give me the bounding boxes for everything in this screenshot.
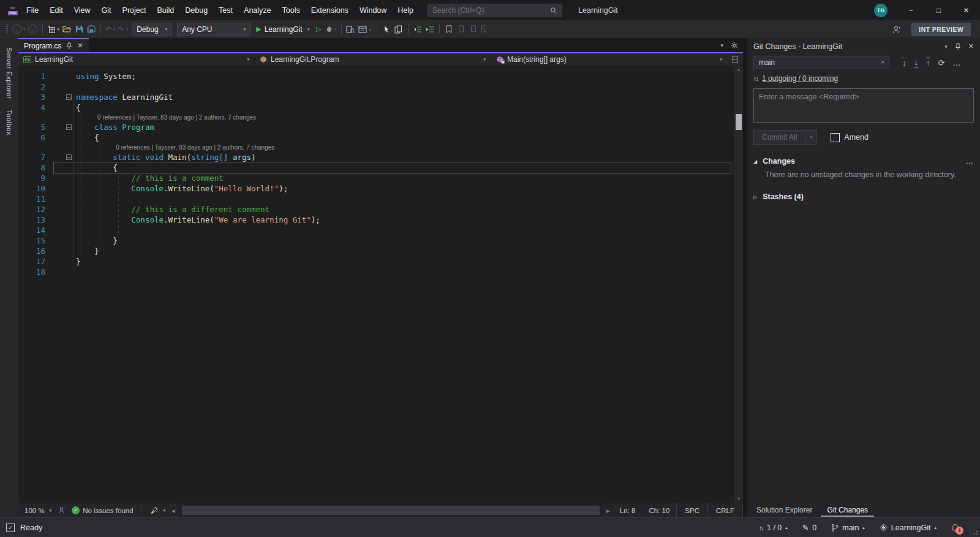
codelens-text[interactable]: 0 references | Taysser, 83 days ago | 2 … [116, 142, 274, 153]
menu-item-window[interactable]: Window [354, 0, 392, 20]
pending-edits-status[interactable]: ✎ 0 [802, 523, 816, 532]
menu-item-git[interactable]: Git [96, 0, 117, 20]
solution-explorer-sync-button[interactable]: ⌄ [357, 22, 374, 37]
code-line-9[interactable]: 9 // this is a comment [18, 173, 743, 183]
close-button[interactable]: ✕ [952, 0, 980, 20]
menu-item-tools[interactable]: Tools [277, 0, 306, 20]
menu-item-view[interactable]: View [69, 0, 96, 20]
member-dropdown[interactable]: Main(string[] args) ▾ [491, 53, 727, 66]
panel-pin-icon[interactable] [955, 43, 961, 50]
line-ending-indicator[interactable]: CRLF [707, 503, 743, 517]
maximize-button[interactable]: □ [925, 0, 952, 20]
split-window-handle[interactable] [727, 53, 743, 66]
fetch-button[interactable]: ↓ [902, 58, 907, 67]
selection-button[interactable] [380, 22, 393, 37]
tab-list-dropdown-icon[interactable]: ▾ [720, 42, 723, 48]
outgoing-incoming-link[interactable]: 1 outgoing / 0 incoming [762, 74, 838, 83]
refresh-button[interactable]: ⟳ [938, 58, 945, 67]
visual-studio-logo-icon[interactable]: ∞ PRE [0, 5, 21, 15]
bottom-tab-git-changes[interactable]: Git Changes [821, 504, 874, 517]
hscrollbar-thumb[interactable] [182, 506, 600, 515]
commits-sync-status[interactable]: ↑↓ 1 / 0 ▴ [759, 524, 788, 532]
commit-all-button[interactable]: Commit All [753, 130, 805, 145]
navigate-forward-button[interactable]: → [27, 22, 39, 37]
line-indicator[interactable]: Ln: 8 [613, 507, 643, 514]
code-line-15[interactable]: 15 } [18, 235, 743, 246]
minimize-button[interactable]: − [897, 0, 925, 20]
hot-reload-button[interactable]: ▾ [325, 22, 338, 37]
fold-collapse-icon[interactable]: − [66, 154, 72, 160]
menu-item-help[interactable]: Help [392, 0, 419, 20]
code-line-8[interactable]: 8 { [18, 162, 743, 173]
scrollbar-thumb[interactable] [736, 114, 742, 130]
code-line-14[interactable]: 14 [18, 225, 743, 235]
scroll-down-icon[interactable]: ▾ [737, 495, 740, 503]
code-line-6[interactable]: 6 { [18, 132, 743, 143]
code-line-11[interactable]: 11 [18, 194, 743, 204]
menu-item-debug[interactable]: Debug [179, 0, 213, 20]
vertical-scrollbar[interactable]: ▴ ▾ [734, 66, 743, 503]
code-editor[interactable]: 1using System;23−namespace LearningGit4{… [18, 66, 743, 503]
previous-bookmark-button[interactable] [455, 22, 467, 37]
stashes-section-header[interactable]: ▷ Stashes (4) [753, 192, 974, 201]
space-mode-indicator[interactable]: SPC [676, 503, 707, 517]
code-line-5[interactable]: 5− class Program [18, 122, 743, 132]
project-dropdown[interactable]: C# LearningGit ▾ [18, 53, 255, 66]
type-dropdown[interactable]: LearningGit.Program ▾ [255, 53, 491, 66]
open-file-button[interactable] [61, 22, 73, 37]
toggle-bookmark-button[interactable] [443, 22, 455, 37]
document-health-indicator[interactable]: ✓ No issues found [69, 503, 136, 517]
menu-item-edit[interactable]: Edit [44, 0, 69, 20]
account-avatar[interactable]: TG [874, 4, 888, 17]
code-line-1[interactable]: 1using System; [18, 71, 743, 82]
editor-tab-program-cs[interactable]: Program.cs ✕ [18, 38, 89, 52]
code-line-17[interactable]: 17} [18, 256, 743, 267]
git-more-actions-button[interactable]: … [952, 58, 960, 67]
pull-button[interactable]: ↓ [914, 58, 919, 67]
panel-splitter[interactable] [743, 38, 747, 517]
undo-button[interactable]: ↶▾ [104, 22, 117, 37]
bottom-tab-solution-explorer[interactable]: Solution Explorer [750, 504, 818, 517]
int-preview-badge[interactable]: INT PREVIEW [911, 23, 971, 36]
code-line-10[interactable]: 10 Console.WriteLine("Hello World!"); [18, 183, 743, 194]
menu-item-project[interactable]: Project [117, 0, 152, 20]
codelens-text[interactable]: 0 references | Taysser, 83 days ago | 2 … [97, 112, 256, 123]
document-options-gear-icon[interactable] [731, 42, 738, 49]
zoom-control[interactable]: 100 %▾ [21, 503, 55, 517]
next-bookmark-button[interactable] [467, 22, 480, 37]
decrease-indent-button[interactable] [412, 22, 424, 37]
toolbar-grip[interactable] [6, 25, 8, 34]
column-indicator[interactable]: Ch: 10 [642, 507, 676, 514]
start-debugging-button[interactable]: ▶ LearningGit ▾ [253, 22, 312, 37]
code-line-16[interactable]: 16 } [18, 246, 743, 256]
scroll-up-icon[interactable]: ▴ [737, 66, 740, 74]
codelens-row[interactable]: 0 references | Taysser, 83 days ago | 2 … [18, 113, 743, 122]
code-line-18[interactable]: 18 [18, 267, 743, 277]
code-line-13[interactable]: 13 Console.WriteLine("We are learning Gi… [18, 215, 743, 225]
duplicate-line-button[interactable] [393, 22, 405, 37]
code-line-12[interactable]: 12 // this is a different comment [18, 204, 743, 215]
search-input[interactable] [432, 6, 550, 15]
navigate-back-button[interactable]: ←▾ [11, 22, 27, 37]
current-repo-status[interactable]: LearningGit ▴ [880, 524, 937, 532]
git-panel-titlebar[interactable]: Git Changes - LearningGit ▾ ✕ [753, 38, 974, 55]
search-icon[interactable] [550, 7, 557, 14]
solution-platform-dropdown[interactable]: Any CPU▾ [177, 23, 251, 36]
menu-item-extensions[interactable]: Extensions [306, 0, 354, 20]
horizontal-scrollbar[interactable] [179, 503, 602, 517]
hscroll-right-icon[interactable]: ▸ [603, 503, 613, 517]
code-line-3[interactable]: 3−namespace LearningGit [18, 92, 743, 102]
code-cleanup-button[interactable]: ▾ [147, 503, 169, 517]
fold-collapse-icon[interactable]: − [66, 124, 72, 130]
commit-options-split-icon[interactable]: ▾ [805, 130, 817, 145]
increase-indent-button[interactable] [424, 22, 436, 37]
pin-icon[interactable] [66, 42, 72, 50]
search-box[interactable] [428, 4, 562, 17]
redo-button[interactable]: ↷▾ [117, 22, 130, 37]
amend-checkbox[interactable] [831, 133, 840, 142]
menu-item-build[interactable]: Build [151, 0, 179, 20]
send-feedback-button[interactable] [890, 22, 903, 37]
start-without-debugging-button[interactable]: ▷ [312, 22, 325, 37]
menu-item-test[interactable]: Test [213, 0, 238, 20]
code-line-4[interactable]: 4{ [18, 102, 743, 113]
